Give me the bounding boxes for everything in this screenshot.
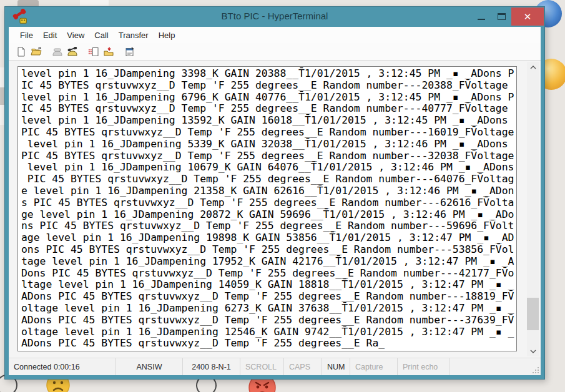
scroll-down-button[interactable] xyxy=(527,346,539,356)
properties-icon xyxy=(124,47,135,57)
scrollbar-thumb[interactable] xyxy=(527,298,539,330)
status-print-echo: Print echo xyxy=(398,358,450,375)
new-connection-button[interactable] xyxy=(14,45,29,59)
maximize-button[interactable] xyxy=(491,7,511,26)
open-button[interactable] xyxy=(29,45,44,59)
minimize-icon xyxy=(478,19,485,20)
call-icon xyxy=(52,47,63,57)
vertical-scrollbar[interactable] xyxy=(527,62,539,356)
receive-icon xyxy=(103,47,114,57)
status-scroll: SCROLL xyxy=(240,358,284,375)
desktop-fragment xyxy=(80,0,109,6)
menu-edit[interactable]: Edit xyxy=(38,28,62,42)
close-button[interactable]: ✕ xyxy=(511,7,544,26)
send-button[interactable] xyxy=(86,45,101,59)
new-connection-icon xyxy=(16,47,26,57)
open-icon xyxy=(31,47,42,57)
menu-transfer[interactable]: Transfer xyxy=(114,28,154,42)
send-icon xyxy=(88,47,99,57)
status-bar: Connected 0:00:16 ANSIW 2400 8-N-1 SCROL… xyxy=(9,358,541,375)
titlebar[interactable]: BTto PIC - HyperTerminal ✕ xyxy=(5,7,544,27)
status-num: NUM xyxy=(322,358,350,375)
status-emulation: ANSIW xyxy=(116,358,183,375)
status-filler xyxy=(450,358,541,375)
call-button[interactable] xyxy=(50,45,65,59)
properties-button[interactable] xyxy=(122,45,137,59)
status-capture: Capture xyxy=(350,358,398,375)
menu-call[interactable]: Call xyxy=(89,28,113,42)
resize-grip[interactable] xyxy=(533,367,539,373)
menubar: File Edit View Call Transfer Help xyxy=(9,27,541,43)
window-title: BTto PIC - HyperTerminal xyxy=(5,11,544,21)
scroll-up-button[interactable] xyxy=(527,62,539,72)
status-connected: Connected 0:00:16 xyxy=(9,358,116,375)
menu-file[interactable]: File xyxy=(15,28,38,42)
content-area: level pin 1 16_JDampening 3398_K GAIN 20… xyxy=(9,61,541,358)
hang-up-icon xyxy=(67,47,78,57)
terminal-text: level pin 1 16_JDampening 3398_K GAIN 20… xyxy=(18,67,516,350)
menu-help[interactable]: Help xyxy=(154,28,180,42)
status-port-settings: 2400 8-N-1 xyxy=(183,358,240,375)
terminal-screen[interactable]: level pin 1 16_JDampening 3398_K GAIN 20… xyxy=(17,66,517,351)
chevron-down-icon xyxy=(530,350,536,353)
hyperterminal-window: BTto PIC - HyperTerminal ✕ File Edit Vie… xyxy=(4,6,545,380)
toolbar xyxy=(9,43,541,61)
status-caps: CAPS xyxy=(284,358,322,375)
chevron-up-icon xyxy=(530,66,536,69)
receive-button[interactable] xyxy=(101,45,116,59)
maximize-icon xyxy=(498,13,506,20)
window-body: File Edit View Call Transfer Help xyxy=(9,27,541,375)
hang-up-button[interactable] xyxy=(65,45,80,59)
minimize-button[interactable] xyxy=(471,7,491,26)
menu-view[interactable]: View xyxy=(62,28,89,42)
